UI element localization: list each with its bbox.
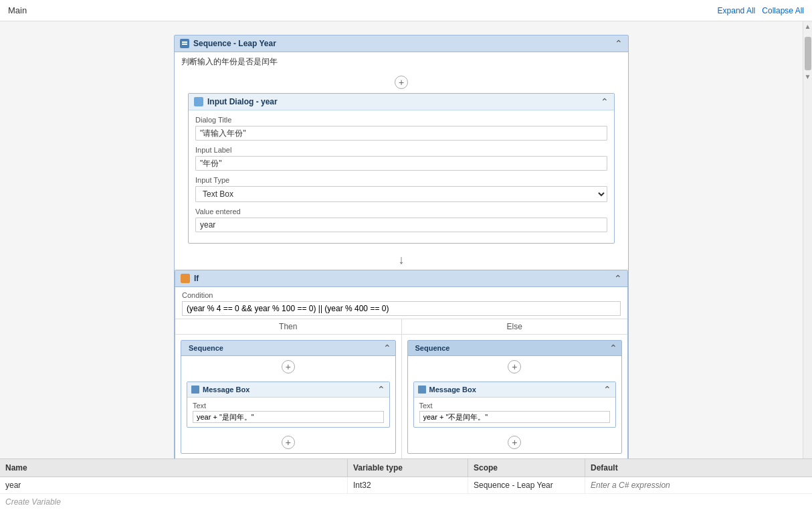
- if-icon: [181, 274, 190, 283]
- input-label-row: Input Label: [195, 146, 607, 171]
- sequence-description: 判断输入的年份是否是闰年: [175, 52, 628, 72]
- condition-input[interactable]: [182, 301, 621, 316]
- msg-then-text-label: Text: [193, 402, 384, 410]
- expand-all-button[interactable]: Expand All: [718, 6, 756, 15]
- else-sequence: Sequence ⌃ +: [407, 340, 623, 454]
- sequence-leap-year: Sequence - Leap Year ⌃ 判断输入的年份是否是闰年 + In…: [174, 35, 629, 458]
- dialog-title-label: Dialog Title: [195, 116, 607, 124]
- dialog-title-row: Dialog Title: [195, 116, 607, 141]
- col-type: Variable type: [348, 459, 468, 477]
- canvas-wrapper: Sequence - Leap Year ⌃ 判断输入的年份是否是闰年 + In…: [0, 21, 812, 458]
- value-entered-input[interactable]: [195, 218, 607, 232]
- then-label: Then: [175, 319, 401, 335]
- create-variable-button[interactable]: Create Variable: [0, 494, 812, 510]
- branch-then: Then Sequence ⌃ +: [175, 319, 402, 458]
- msg-box-then-title: Message Box: [203, 386, 249, 394]
- then-sequence-header: Sequence ⌃: [181, 341, 395, 356]
- branch-else: Else Sequence ⌃ +: [402, 319, 628, 458]
- col-default: Default: [585, 459, 812, 477]
- add-activity-button-top[interactable]: +: [395, 76, 408, 89]
- if-title: If: [194, 274, 199, 283]
- then-sequence-collapse[interactable]: ⌃: [383, 343, 391, 353]
- input-label-input[interactable]: [195, 156, 607, 171]
- if-header: If ⌃: [175, 270, 627, 287]
- col-scope: Scope: [468, 459, 585, 477]
- var-default-year[interactable]: [585, 477, 812, 493]
- then-else-container: Then Sequence ⌃ +: [175, 319, 627, 458]
- else-add-bottom: +: [408, 432, 622, 453]
- col-name: Name: [0, 459, 348, 477]
- scroll-up-arrow[interactable]: ▲: [803, 21, 812, 31]
- else-sequence-title: Sequence: [415, 344, 450, 352]
- var-default-input[interactable]: [591, 481, 807, 490]
- msg-else-text-label: Text: [419, 402, 611, 410]
- var-type-year: Int32: [348, 477, 468, 493]
- msg-box-then-body: Text: [187, 398, 389, 427]
- condition-label: Condition: [182, 291, 621, 299]
- page-title: Main: [8, 5, 27, 15]
- add-activity-row-top: +: [175, 72, 628, 93]
- if-condition-section: Condition: [175, 287, 627, 319]
- msg-box-else-body: Text: [414, 398, 616, 427]
- else-sequence-header: Sequence ⌃: [408, 341, 622, 356]
- input-dialog-header: Input Dialog - year ⌃: [189, 94, 614, 110]
- msg-box-else: Message Box ⌃ Text: [413, 381, 617, 428]
- input-dialog-card: Input Dialog - year ⌃ Dialog Title Input…: [188, 93, 615, 244]
- top-bar: Main Expand All Collapse All: [0, 0, 812, 21]
- input-type-select[interactable]: Text Box: [195, 186, 607, 202]
- if-block: If ⌃ Condition Then: [175, 270, 628, 458]
- input-dialog-icon: [194, 97, 203, 106]
- msg-else-collapse[interactable]: ⌃: [603, 384, 611, 395]
- then-add-bottom: +: [181, 432, 395, 453]
- collapse-all-button[interactable]: Collapse All: [762, 6, 804, 15]
- sequence-icon: [180, 39, 189, 48]
- then-sequence-title: Sequence: [189, 344, 223, 352]
- input-dialog-collapse-button[interactable]: ⌃: [601, 96, 609, 107]
- input-dialog-title: Input Dialog - year: [207, 97, 278, 106]
- sequence-header: Sequence - Leap Year ⌃: [175, 35, 628, 52]
- input-type-label: Input Type: [195, 176, 607, 184]
- else-sequence-collapse[interactable]: ⌃: [609, 343, 617, 353]
- msg-box-else-header: Message Box ⌃: [414, 382, 616, 398]
- then-sequence: Sequence ⌃ +: [181, 340, 396, 454]
- scroll-thumb[interactable]: [805, 37, 811, 70]
- input-dialog-body: Dialog Title Input Label Input Type Text…: [189, 110, 614, 243]
- then-add-top: +: [181, 356, 395, 377]
- var-scope-year: Sequence - Leap Year: [468, 477, 585, 493]
- else-add-button-top[interactable]: +: [508, 360, 521, 373]
- sequence-collapse-button[interactable]: ⌃: [615, 38, 623, 49]
- toolbar-actions: Expand All Collapse All: [718, 6, 804, 15]
- then-add-button-top[interactable]: +: [282, 360, 295, 373]
- msg-box-else-title: Message Box: [429, 386, 476, 394]
- msg-box-then: Message Box ⌃ Text: [187, 381, 390, 428]
- scroll-down-arrow[interactable]: ▼: [803, 72, 812, 82]
- canvas-area: Sequence - Leap Year ⌃ 判断输入的年份是否是闰年 + In…: [0, 21, 803, 458]
- value-entered-row: Value entered: [195, 207, 607, 232]
- connector-arrow: ↓: [175, 250, 628, 270]
- else-add-button-bottom[interactable]: +: [508, 436, 521, 449]
- var-name-year: year: [0, 477, 348, 493]
- dialog-title-input[interactable]: [195, 126, 607, 141]
- msg-else-text-input[interactable]: [419, 411, 611, 423]
- msg-then-text-input[interactable]: [193, 411, 384, 423]
- if-collapse-button[interactable]: ⌃: [614, 273, 622, 284]
- msg-then-collapse[interactable]: ⌃: [377, 384, 385, 395]
- input-type-row: Input Type Text Box: [195, 176, 607, 202]
- value-entered-label: Value entered: [195, 207, 607, 216]
- else-add-top: +: [408, 356, 622, 377]
- msg-then-icon: [191, 386, 199, 394]
- variables-panel: Name Variable type Scope Default year In…: [0, 458, 812, 512]
- then-add-button-bottom[interactable]: +: [282, 436, 295, 449]
- variable-row-year: year Int32 Sequence - Leap Year: [0, 477, 812, 494]
- msg-else-icon: [418, 386, 426, 394]
- variables-header: Name Variable type Scope Default: [0, 459, 812, 477]
- msg-box-then-header: Message Box ⌃: [187, 382, 389, 398]
- vertical-scrollbar[interactable]: ▲ ▼: [803, 21, 812, 458]
- input-label-label: Input Label: [195, 146, 607, 154]
- else-label: Else: [402, 319, 628, 335]
- sequence-title: Sequence - Leap Year: [193, 39, 276, 48]
